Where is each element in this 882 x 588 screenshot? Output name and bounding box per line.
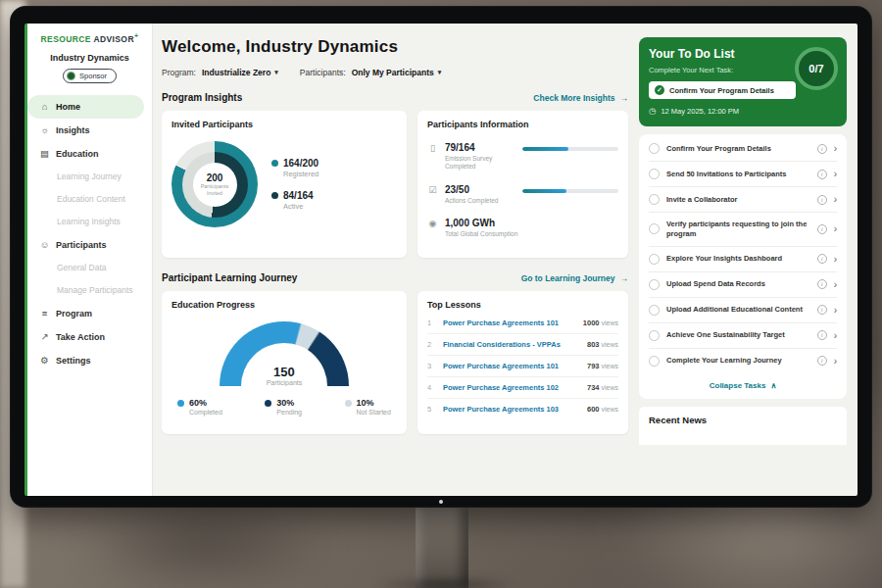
info-icon[interactable]: i <box>817 305 827 315</box>
task-label: Send 50 Invitations to Participants <box>666 170 810 179</box>
settings-icon: ⚙ <box>39 355 50 366</box>
recent-news-card: Recent News <box>639 407 847 445</box>
participants-select[interactable]: Only My Participants ▾ <box>352 68 442 77</box>
collapse-tasks-button[interactable]: Collapse Tasks ∧ <box>649 373 837 399</box>
task-row[interactable]: Confirm Your Program Details i › <box>649 136 837 162</box>
chevron-right-icon[interactable]: › <box>834 356 837 367</box>
donut-center-label: Participants Invited <box>198 183 231 196</box>
task-checkbox[interactable] <box>649 330 660 341</box>
legend-dot <box>271 192 278 199</box>
lesson-row[interactable]: 4 Power Purchase Agreements 102 734views <box>427 377 618 399</box>
sidebar-item-learning-journey[interactable]: Learning Journey <box>27 166 144 188</box>
go-to-learning-journey-link[interactable]: Go to Learning Journey → <box>521 273 628 283</box>
task-row[interactable]: Upload Spend Data Records i › <box>649 272 837 298</box>
sidebar-item-label: General Data <box>57 263 107 272</box>
sponsor-badge[interactable]: Sponsor <box>63 69 117 83</box>
task-row[interactable]: Upload Additional Educational Content i … <box>649 298 837 323</box>
gauge-center-value: 150 <box>220 365 349 379</box>
sidebar-item-manage-participants[interactable]: Manage Participants <box>27 279 144 302</box>
info-icon[interactable]: i <box>817 279 827 289</box>
chevron-down-icon: ▾ <box>438 69 442 76</box>
lesson-views: 793views <box>587 362 618 370</box>
sidebar-item-program[interactable]: ≡ Program <box>27 302 144 325</box>
task-checkbox[interactable] <box>649 356 660 367</box>
task-row[interactable]: Explore Your Insights Dashboard i › <box>649 247 837 272</box>
chevron-right-icon[interactable]: › <box>834 305 837 316</box>
card-title: Education Progress <box>172 300 397 310</box>
lesson-link[interactable]: Power Purchase Agreements 102 <box>443 383 580 392</box>
sidebar-item-label: Learning Journey <box>57 172 122 181</box>
info-icon[interactable]: i <box>817 195 827 205</box>
sidebar: RESOURCE ADVISOR+ Industry Dynamics Spon… <box>27 24 153 496</box>
legend-item-completed: 60% Completed <box>177 398 222 416</box>
take-action-icon: ↗ <box>39 331 50 342</box>
info-icon[interactable]: i <box>817 254 827 264</box>
sidebar-item-label: Program <box>56 309 92 318</box>
info-icon[interactable]: i <box>817 330 827 340</box>
legend-item-registered: 164/200 Registered <box>271 158 318 178</box>
lesson-row[interactable]: 1 Power Purchase Agreements 101 1000view… <box>427 313 618 334</box>
chevron-right-icon[interactable]: › <box>834 143 837 154</box>
program-select[interactable]: Industrialize Zero ▾ <box>202 68 278 77</box>
chevron-right-icon[interactable]: › <box>834 254 837 265</box>
info-icon[interactable]: i <box>817 224 827 234</box>
lesson-link[interactable]: Power Purchase Agreements 101 <box>443 318 576 327</box>
lesson-row[interactable]: 5 Power Purchase Agreements 103 600views <box>427 399 618 419</box>
task-row[interactable]: Invite a Collaborator i › <box>649 187 837 213</box>
chevron-right-icon[interactable]: › <box>834 169 837 179</box>
sidebar-item-general-data[interactable]: General Data <box>27 257 144 279</box>
sidebar-item-home[interactable]: ⌂ Home <box>27 95 144 119</box>
next-task-pill[interactable]: ✓ Confirm Your Program Details <box>649 81 796 99</box>
participants-filter-label: Participants: <box>300 68 346 77</box>
sidebar-item-take-action[interactable]: ↗ Take Action <box>27 325 144 349</box>
sidebar-item-participants[interactable]: ☺ Participants <box>27 233 144 257</box>
task-checkbox[interactable] <box>649 305 660 316</box>
card-title: Participants Information <box>427 120 618 129</box>
sidebar-item-insights[interactable]: ☼ Insights <box>27 119 144 142</box>
task-row[interactable]: Send 50 Invitations to Participants i › <box>649 162 837 187</box>
task-row[interactable]: Achieve One Sustainability Target i › <box>649 323 837 349</box>
info-icon[interactable]: i <box>817 144 827 154</box>
lesson-link[interactable]: Power Purchase Agreements 103 <box>443 405 580 414</box>
lesson-rank: 3 <box>427 362 436 370</box>
stat-label: Actions Completed <box>445 197 515 205</box>
task-checkbox[interactable] <box>649 223 660 234</box>
sidebar-item-learning-insights[interactable]: Learning Insights <box>27 211 144 233</box>
sidebar-item-label: Manage Participants <box>57 285 133 295</box>
stat-value: 1,000 GWh <box>445 218 517 228</box>
sidebar-item-education[interactable]: ▤ Education <box>27 142 144 166</box>
chevron-right-icon[interactable]: › <box>834 194 837 205</box>
task-row[interactable]: Verify participants requesting to join t… <box>649 213 837 247</box>
lesson-row[interactable]: 2 Financial Considerations - VPPAs 803vi… <box>427 334 618 356</box>
sidebar-item-settings[interactable]: ⚙ Settings <box>27 349 144 372</box>
task-label: Upload Additional Educational Content <box>666 305 810 315</box>
todo-panel: Your To Do List Complete Your Next Task:… <box>635 24 858 496</box>
task-checkbox[interactable] <box>649 279 660 290</box>
info-icon[interactable]: i <box>817 170 827 179</box>
task-label: Complete Your Learning Journey <box>666 356 810 366</box>
check-more-insights-link[interactable]: Check More Insights → <box>533 93 628 103</box>
legend-dot <box>265 400 271 407</box>
task-row[interactable]: Complete Your Learning Journey i › <box>649 349 837 373</box>
sidebar-item-label: Learning Insights <box>57 217 121 226</box>
learning-journey-cards: Education Progress 150 Participants <box>162 291 628 434</box>
info-icon[interactable]: i <box>817 356 827 366</box>
chevron-right-icon[interactable]: › <box>834 223 837 234</box>
task-checkbox[interactable] <box>649 194 660 205</box>
chevron-right-icon[interactable]: › <box>834 279 837 290</box>
sidebar-item-education-content[interactable]: Education Content <box>27 188 144 211</box>
task-checkbox[interactable] <box>649 254 660 265</box>
chevron-right-icon[interactable]: › <box>834 330 837 341</box>
task-checkbox[interactable] <box>649 169 660 179</box>
task-checkbox[interactable] <box>649 143 660 154</box>
stat-row-emission-survey: ▯ 79/164 Emission Survey Completed <box>427 142 618 172</box>
task-label: Invite a Collaborator <box>666 195 810 205</box>
legend-dot <box>345 400 352 407</box>
invited-participants-card: Invited Participants 200 Participants In… <box>162 111 407 258</box>
lesson-row[interactable]: 3 Power Purchase Agreements 101 793views <box>427 356 618 377</box>
home-icon: ⌂ <box>39 101 50 112</box>
task-label: Explore Your Insights Dashboard <box>666 254 810 264</box>
lesson-link[interactable]: Financial Considerations - VPPAs <box>443 340 580 349</box>
task-label: Upload Spend Data Records <box>666 279 810 289</box>
lesson-link[interactable]: Power Purchase Agreements 101 <box>443 362 580 370</box>
